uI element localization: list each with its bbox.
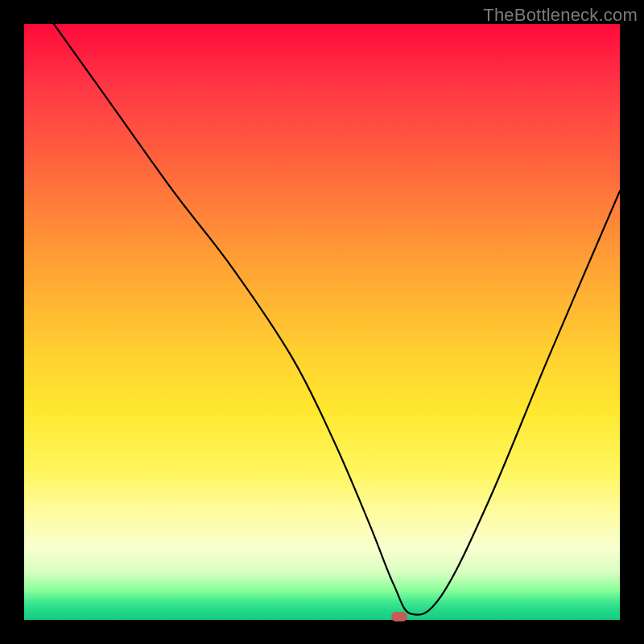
bottleneck-curve <box>24 24 620 620</box>
optimum-marker <box>391 612 407 621</box>
bottleneck-chart: TheBottleneck.com <box>0 0 644 644</box>
watermark-text: TheBottleneck.com <box>483 5 638 26</box>
plot-area <box>24 24 620 620</box>
